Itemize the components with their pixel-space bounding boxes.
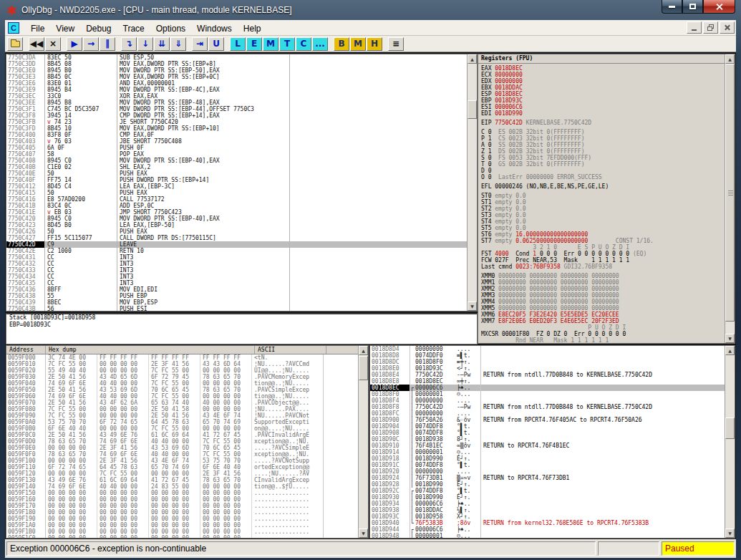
stack-row[interactable]: 0018D8D80074DDF0≡▌t. [370,352,725,359]
toolbar-execute-till-user-code-button[interactable]: U [208,37,224,51]
scroll-up-icon[interactable] [359,346,368,355]
stack-row[interactable]: 0018D8F8│7750C42D-─PwRETURN from ntdll.7… [370,404,725,410]
scroll-down-icon[interactable] [468,301,477,311]
stack-row[interactable]: 0018D8EC┌000006C6╞♠.. [370,385,725,391]
dump-row[interactable]: 0059F0003C 74 4E 00FF FF FF FFFF FF FF F… [6,354,358,361]
register-line[interactable]: XMM0 00000000 00000000 00000000 00000000 [481,273,725,279]
dump-row[interactable]: 0059F18000 00 00 0000 00 00 0000 00 00 0… [6,509,358,516]
dump-row[interactable]: 0059F1106F 72 74 6564 45 78 6365 70 74 6… [6,464,358,470]
menu-options[interactable]: Options [150,22,191,35]
register-line[interactable]: XMM2 00000000 00000000 00000000 00000000 [481,286,725,292]
stack-row[interactable]: 0018D8F0│00000001☺... [370,391,725,397]
disasm-row[interactable]: 7750C3E98945 B4MOV DWORD PTR SS:[EBP-4C]… [6,87,467,93]
dump-row[interactable]: 0059F14074 69 6F 6E40 40 00 0024 83 55 0… [6,483,358,490]
stack-row[interactable]: 0018D8E47750C42D-─PwRETURN from ntdll.77… [370,372,725,378]
disasm-row[interactable]: 7750C4398BECMOV EBP,ESP [6,299,467,306]
registers-scrollbar[interactable] [725,54,735,343]
toolbar-execute-till-return-button[interactable]: ⇥ [192,37,208,51]
disasm-row[interactable]: 7750C3EC33C0XOR EAX,EAX [6,93,467,100]
register-line[interactable]: EBX 0018DDAC [481,85,725,91]
dump-header-address[interactable]: Address [6,346,46,354]
toolbar-more-windows-button[interactable]: ... [312,37,328,51]
scroll-up-icon[interactable] [468,54,477,64]
dump-row[interactable]: 0059F1A000 00 00 0000 00 00 0000 00 00 0… [6,522,358,528]
register-line[interactable]: MXCSR 00001F80 FZ 0 DZ 0 Err 0 0 0 0 0 0 [481,331,725,337]
scroll-down-icon[interactable] [725,528,735,538]
register-line[interactable]: XMM3 00000000 00000000 00000000 00000000 [481,292,725,299]
stack-row[interactable]: 0018D918│0018D990É┘↑. [370,455,725,462]
info-pane[interactable]: Stack [0018D93C]=0018D958EBP=0018D93C [6,313,478,344]
toolbar-execute-button[interactable]: → [83,37,99,51]
dump-header-ascii[interactable]: ASCII [255,346,326,354]
scroll-thumb[interactable] [359,356,368,380]
disasm-row[interactable]: 7750C4208945 C0MOV DWORD PTR SS:[EBP-40]… [6,216,467,222]
stack-row[interactable]: 0018D930│0018D990É┘↑. [370,494,725,501]
stack-row[interactable]: 0018D91C│0074DDF8°▌t. [370,462,725,468]
disasm-row[interactable]: 7750C403v 76 03JBE SHORT 7750C408 [6,138,467,145]
disasm-row[interactable]: 7750C4056A 0FPUSH 0F [6,145,467,151]
stack-row[interactable]: 0018D924│76F73DB1▒=≈vRETURN to RPCRT4.76… [370,475,725,481]
stack-row[interactable]: 0018D8FC│00000000.... [370,410,725,417]
scroll-up-icon[interactable] [725,346,735,355]
dump-row[interactable]: 0059F0E000 00 00 002E 3F 41 5643 53 69 6… [6,445,358,451]
register-line[interactable]: T 0 GS 002B 32bit 0(FFFFFFFF) [481,161,725,168]
disasm-row[interactable]: 7750C3EE8945 B8MOV DWORD PTR SS:[EBP-48]… [6,100,467,106]
toolbar-pause-button[interactable]: ‖ [100,37,115,51]
disasm-row[interactable]: 7750C4128D45 C4LEA EAX,[EBP-3C] [6,183,467,190]
register-line[interactable]: EDX 00000000 [481,78,725,85]
stack-pane[interactable]: 0018D8D400000000....0018D8D80074DDF0≡▌t.… [369,345,735,539]
register-line[interactable]: P U O Z D I [481,324,725,331]
dump-row[interactable]: 0059F19000 00 00 0000 00 00 0000 00 00 0… [6,516,358,522]
scroll-thumb[interactable] [725,417,735,439]
disasm-row[interactable]: 7750C43855PUSH EBP [6,293,467,299]
stack-row[interactable]: 0018D8E00018D93C<┘↑. [370,365,725,372]
register-line[interactable]: XMM1 00000000 00000000 00000000 00000000 [481,279,725,286]
register-line[interactable]: S 0 FS 0053 32bit 7EFDD000(FFF) [481,155,725,161]
dump-row[interactable]: 0059F10000 00 00 002E 3F 41 5643 4E 6F 7… [6,458,358,464]
dump-row[interactable]: 0059F17000 00 00 0000 00 00 0000 00 00 0… [6,503,358,509]
stack-row[interactable]: 0018D920│00000000.... [370,468,725,475]
dump-row[interactable]: 0059F0302E 50 41 5643 4D 65 6D6F 72 79 4… [6,374,358,380]
stack-row[interactable]: 0018D93C│0018D958X┘↑. [370,513,725,520]
disasm-row[interactable]: 7750C41B83C4 0CADD ESP,0C [6,203,467,209]
dump-row[interactable]: 0059F0A053 75 70 706F 72 74 6564 45 78 6… [6,419,358,425]
disasm-row[interactable]: 7750C41550PUSH EAX [6,190,467,196]
toolbar-open-file-button[interactable] [7,37,23,51]
dump-row[interactable]: 0059F15000 00 00 0000 00 00 0000 00 00 0… [6,490,358,496]
toolbar-animate-into-button[interactable]: ⇊ [154,37,170,51]
disasm-row[interactable]: 7750C40758POP EAX [6,151,467,158]
toolbar-restart-button[interactable]: ◀◀ [29,37,44,51]
stack-row[interactable]: 0018D944┌000006C6╞♠.. [370,526,725,533]
toolbar-log-window-button[interactable]: L [230,37,246,51]
dump-row[interactable]: 0059F16000 00 00 0000 00 00 0000 00 00 0… [6,496,358,503]
register-line[interactable]: XMM6 E8EC20F5 F3E2E420 E5E5EDE5 EC20ECEE [481,312,725,318]
dump-row[interactable]: 0059F0807C FC 55 0000 00 00 002E 50 41 5… [6,406,358,412]
register-line[interactable]: Rnd NEAR Mask 1 1 1 1 1 1 [481,337,725,344]
maximize-button[interactable] [682,0,703,14]
disassembly-scrollbar[interactable] [467,54,477,311]
disasm-row[interactable]: 7750C416E8 57AD0200CALL 77537172 [6,196,467,203]
register-line[interactable]: EDI 0018D990 [481,110,725,117]
disasm-row[interactable]: 7750C42650PUSH EAX [6,228,467,235]
register-line[interactable]: 3 2 1 0 E S P U O Z D I [481,244,725,251]
register-line[interactable]: XMM5 00000000 00000000 00000000 00000000 [481,305,725,312]
register-line[interactable]: EFL 00000246 (NO,NB,E,BE,NS,PE,GE,LE) [481,183,725,190]
dump-row[interactable]: 0059F0702E 50 41 5643 4F 62 6A65 63 74 4… [6,400,358,406]
disasm-row[interactable]: 7750C433CCINT3 [6,267,467,274]
menu-debug[interactable]: Debug [80,22,117,35]
dump-row[interactable]: 0059F06074 69 6F 6E40 40 00 007C FC 55 0… [6,393,358,400]
stack-row[interactable]: 0018D8E80018D8EC∞╪↑. [370,378,725,385]
stack-row[interactable]: 0018D948│00000001☺... [370,533,725,539]
disasm-row[interactable]: 7750C432CCINT3 [6,261,467,267]
toolbar-close-program-button[interactable]: × [45,37,61,51]
scroll-thumb[interactable] [725,64,735,322]
dump-scrollbar[interactable] [358,346,368,538]
titlebar[interactable]: OllyDbg - NWD2205.exe - [CPU - main thre… [0,0,741,20]
dump-row[interactable]: 0059F0D078 63 65 7074 69 6F 6E40 40 00 0… [6,438,358,445]
disasm-row[interactable]: 7750C434CCINT3 [6,274,467,280]
toolbar-animate-over-button[interactable]: ⇓ [170,37,186,51]
toolbar-step-into-button[interactable]: ↴ [121,37,137,51]
disasm-row[interactable]: 7750C3FBv 74 23JE SHORT 7750C420 [6,119,467,125]
dump-row[interactable]: 0059F0907C FC 55 0000 00 00 002E 50 41 5… [6,412,358,419]
dump-row[interactable]: 0059F02055 49 40 4000 00 00 007C FC 55 0… [6,367,358,374]
